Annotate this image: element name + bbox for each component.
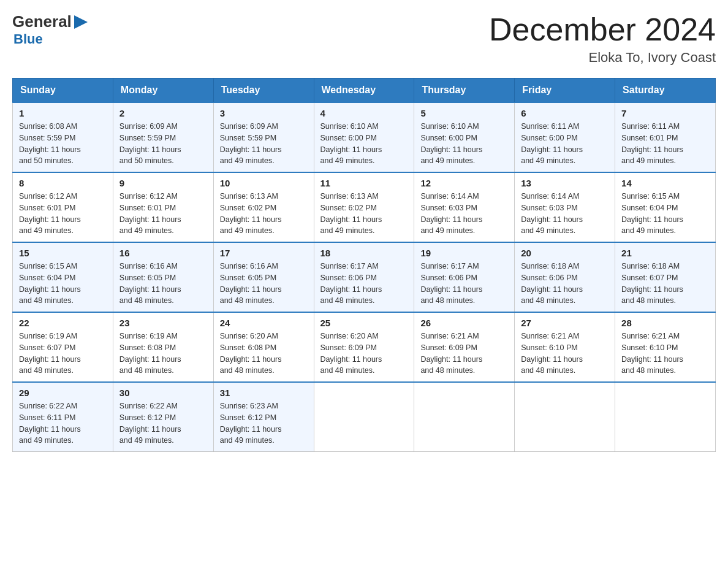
day-number: 16 (119, 248, 207, 258)
day-info: Sunrise: 6:10 AM Sunset: 6:00 PM Dayligh… (320, 121, 408, 167)
col-sunday: Sunday (13, 79, 113, 103)
calendar-cell (414, 382, 515, 452)
col-friday: Friday (515, 79, 615, 103)
day-info: Sunrise: 6:12 AM Sunset: 6:01 PM Dayligh… (19, 191, 107, 237)
day-number: 5 (420, 108, 508, 118)
calendar-cell: 12 Sunrise: 6:14 AM Sunset: 6:03 PM Dayl… (414, 172, 515, 242)
day-info: Sunrise: 6:16 AM Sunset: 6:05 PM Dayligh… (220, 261, 308, 307)
page-header: General Blue December 2024 Eloka To, Ivo… (12, 12, 716, 66)
calendar-cell: 30 Sunrise: 6:22 AM Sunset: 6:12 PM Dayl… (113, 382, 213, 452)
logo-general-text: General (12, 12, 72, 31)
day-number: 29 (19, 388, 107, 398)
logo-blue-text: Blue (13, 31, 88, 47)
day-info: Sunrise: 6:14 AM Sunset: 6:03 PM Dayligh… (420, 191, 508, 237)
day-info: Sunrise: 6:11 AM Sunset: 6:00 PM Dayligh… (521, 121, 609, 167)
day-info: Sunrise: 6:17 AM Sunset: 6:06 PM Dayligh… (320, 261, 408, 307)
calendar-cell: 28 Sunrise: 6:21 AM Sunset: 6:10 PM Dayl… (615, 312, 716, 382)
week-row-1: 1 Sunrise: 6:08 AM Sunset: 5:59 PM Dayli… (13, 102, 716, 172)
calendar-cell: 25 Sunrise: 6:20 AM Sunset: 6:09 PM Dayl… (314, 312, 414, 382)
calendar-cell (515, 382, 615, 452)
calendar-cell: 8 Sunrise: 6:12 AM Sunset: 6:01 PM Dayli… (13, 172, 113, 242)
day-number: 23 (119, 318, 207, 328)
calendar-cell: 18 Sunrise: 6:17 AM Sunset: 6:06 PM Dayl… (314, 242, 414, 312)
svg-marker-0 (74, 15, 88, 29)
day-number: 8 (19, 178, 107, 188)
calendar-cell: 2 Sunrise: 6:09 AM Sunset: 5:59 PM Dayli… (113, 102, 213, 172)
day-info: Sunrise: 6:15 AM Sunset: 6:04 PM Dayligh… (19, 261, 107, 307)
calendar-cell: 15 Sunrise: 6:15 AM Sunset: 6:04 PM Dayl… (13, 242, 113, 312)
month-title: December 2024 (489, 12, 716, 47)
day-info: Sunrise: 6:19 AM Sunset: 6:08 PM Dayligh… (119, 331, 207, 377)
day-info: Sunrise: 6:21 AM Sunset: 6:10 PM Dayligh… (521, 331, 609, 377)
day-number: 1 (19, 108, 107, 118)
calendar-cell: 6 Sunrise: 6:11 AM Sunset: 6:00 PM Dayli… (515, 102, 615, 172)
calendar-cell (314, 382, 414, 452)
day-info: Sunrise: 6:21 AM Sunset: 6:10 PM Dayligh… (621, 331, 709, 377)
day-info: Sunrise: 6:11 AM Sunset: 6:01 PM Dayligh… (621, 121, 709, 167)
day-number: 15 (19, 248, 107, 258)
calendar-table: Sunday Monday Tuesday Wednesday Thursday… (12, 78, 716, 452)
calendar-cell: 29 Sunrise: 6:22 AM Sunset: 6:11 PM Dayl… (13, 382, 113, 452)
calendar-cell: 10 Sunrise: 6:13 AM Sunset: 6:02 PM Dayl… (213, 172, 314, 242)
day-number: 17 (220, 248, 308, 258)
day-number: 13 (521, 178, 609, 188)
day-info: Sunrise: 6:14 AM Sunset: 6:03 PM Dayligh… (521, 191, 609, 237)
day-number: 19 (420, 248, 508, 258)
day-info: Sunrise: 6:15 AM Sunset: 6:04 PM Dayligh… (621, 191, 709, 237)
day-number: 11 (320, 178, 408, 188)
calendar-cell: 13 Sunrise: 6:14 AM Sunset: 6:03 PM Dayl… (515, 172, 615, 242)
calendar-cell: 3 Sunrise: 6:09 AM Sunset: 5:59 PM Dayli… (213, 102, 314, 172)
day-number: 24 (220, 318, 308, 328)
day-info: Sunrise: 6:20 AM Sunset: 6:08 PM Dayligh… (220, 331, 308, 377)
calendar-cell: 27 Sunrise: 6:21 AM Sunset: 6:10 PM Dayl… (515, 312, 615, 382)
week-row-5: 29 Sunrise: 6:22 AM Sunset: 6:11 PM Dayl… (13, 382, 716, 452)
calendar-header-row: Sunday Monday Tuesday Wednesday Thursday… (13, 79, 716, 103)
day-number: 10 (220, 178, 308, 188)
week-row-3: 15 Sunrise: 6:15 AM Sunset: 6:04 PM Dayl… (13, 242, 716, 312)
calendar-cell: 16 Sunrise: 6:16 AM Sunset: 6:05 PM Dayl… (113, 242, 213, 312)
calendar-cell: 31 Sunrise: 6:23 AM Sunset: 6:12 PM Dayl… (213, 382, 314, 452)
day-info: Sunrise: 6:12 AM Sunset: 6:01 PM Dayligh… (119, 191, 207, 237)
location-text: Eloka To, Ivory Coast (489, 50, 716, 66)
day-number: 30 (119, 388, 207, 398)
calendar-cell: 11 Sunrise: 6:13 AM Sunset: 6:02 PM Dayl… (314, 172, 414, 242)
calendar-cell: 17 Sunrise: 6:16 AM Sunset: 6:05 PM Dayl… (213, 242, 314, 312)
logo-arrow-icon (74, 15, 88, 29)
calendar-cell: 4 Sunrise: 6:10 AM Sunset: 6:00 PM Dayli… (314, 102, 414, 172)
day-info: Sunrise: 6:19 AM Sunset: 6:07 PM Dayligh… (19, 331, 107, 377)
calendar-cell: 26 Sunrise: 6:21 AM Sunset: 6:09 PM Dayl… (414, 312, 515, 382)
day-info: Sunrise: 6:18 AM Sunset: 6:07 PM Dayligh… (621, 261, 709, 307)
calendar-cell: 5 Sunrise: 6:10 AM Sunset: 6:00 PM Dayli… (414, 102, 515, 172)
day-number: 2 (119, 108, 207, 118)
day-number: 26 (420, 318, 508, 328)
day-info: Sunrise: 6:09 AM Sunset: 5:59 PM Dayligh… (220, 121, 308, 167)
day-number: 9 (119, 178, 207, 188)
day-number: 3 (220, 108, 308, 118)
calendar-cell: 21 Sunrise: 6:18 AM Sunset: 6:07 PM Dayl… (615, 242, 716, 312)
day-info: Sunrise: 6:18 AM Sunset: 6:06 PM Dayligh… (521, 261, 609, 307)
day-info: Sunrise: 6:17 AM Sunset: 6:06 PM Dayligh… (420, 261, 508, 307)
calendar-cell: 22 Sunrise: 6:19 AM Sunset: 6:07 PM Dayl… (13, 312, 113, 382)
day-info: Sunrise: 6:16 AM Sunset: 6:05 PM Dayligh… (119, 261, 207, 307)
day-number: 31 (220, 388, 308, 398)
calendar-cell: 24 Sunrise: 6:20 AM Sunset: 6:08 PM Dayl… (213, 312, 314, 382)
week-row-2: 8 Sunrise: 6:12 AM Sunset: 6:01 PM Dayli… (13, 172, 716, 242)
day-info: Sunrise: 6:10 AM Sunset: 6:00 PM Dayligh… (420, 121, 508, 167)
calendar-cell (615, 382, 716, 452)
day-number: 28 (621, 318, 709, 328)
day-number: 14 (621, 178, 709, 188)
day-info: Sunrise: 6:13 AM Sunset: 6:02 PM Dayligh… (320, 191, 408, 237)
calendar-cell: 14 Sunrise: 6:15 AM Sunset: 6:04 PM Dayl… (615, 172, 716, 242)
calendar-cell: 19 Sunrise: 6:17 AM Sunset: 6:06 PM Dayl… (414, 242, 515, 312)
day-number: 20 (521, 248, 609, 258)
day-number: 6 (521, 108, 609, 118)
day-info: Sunrise: 6:22 AM Sunset: 6:12 PM Dayligh… (119, 400, 207, 446)
day-info: Sunrise: 6:20 AM Sunset: 6:09 PM Dayligh… (320, 331, 408, 377)
col-saturday: Saturday (615, 79, 716, 103)
title-section: December 2024 Eloka To, Ivory Coast (489, 12, 716, 66)
day-number: 7 (621, 108, 709, 118)
day-info: Sunrise: 6:13 AM Sunset: 6:02 PM Dayligh… (220, 191, 308, 237)
day-info: Sunrise: 6:22 AM Sunset: 6:11 PM Dayligh… (19, 400, 107, 446)
col-monday: Monday (113, 79, 213, 103)
day-number: 21 (621, 248, 709, 258)
